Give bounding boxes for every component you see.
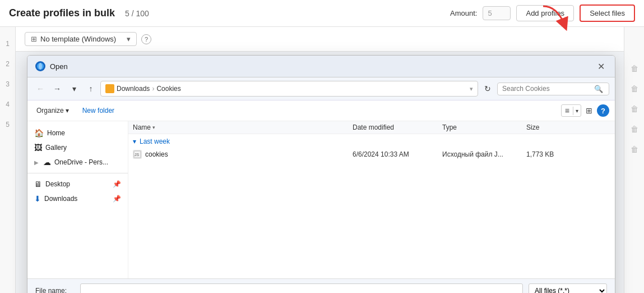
delete-row-5[interactable]: 🗑 xyxy=(624,139,644,159)
file-name: cookies xyxy=(145,150,168,158)
view-icons: ≡ ▾ ⊞ ? xyxy=(561,104,609,117)
dropdown-history-button[interactable]: ▾ xyxy=(67,81,81,96)
onedrive-icon: ☁ xyxy=(43,158,51,167)
main-area: 1 2 3 4 5 ⊞ No template (Windows) ▾ ? xyxy=(0,27,644,293)
dialog-nav-bar: ← → ▾ ↑ Downloads › Cookies ▾ ↻ 🔍 xyxy=(27,77,615,100)
tiles-view-button[interactable]: ⊞ xyxy=(582,104,596,117)
file-size: 1,773 KB xyxy=(526,150,582,158)
address-chevron-1: › xyxy=(152,85,154,93)
dialog-title-left: Open xyxy=(35,61,68,71)
filename-row: File name: All files (*.*) xyxy=(35,283,607,293)
view-list-button[interactable]: ≡ xyxy=(562,105,573,116)
nav-home[interactable]: 🏠 Home xyxy=(27,126,128,140)
expand-icon: ▶ xyxy=(34,159,39,166)
search-box: 🔍 xyxy=(497,83,609,95)
nav-gallery-label: Gallery xyxy=(45,144,67,152)
delete-row-3[interactable]: 🗑 xyxy=(624,99,644,119)
template-dropdown-icon: ▾ xyxy=(127,35,131,43)
forward-button[interactable]: → xyxy=(50,81,64,96)
row-num-2: 2 xyxy=(0,54,15,74)
top-bar-left: Create profiles in bulk 5 / 100 xyxy=(9,7,149,19)
nav-downloads-label: Downloads xyxy=(44,195,77,203)
filename-input[interactable] xyxy=(80,283,523,293)
nav-gallery[interactable]: 🖼 Gallery xyxy=(27,140,128,155)
file-list-header: Name ▾ Date modified Type Size xyxy=(128,121,615,134)
new-folder-button[interactable]: New folder xyxy=(79,105,118,116)
row-num-1: 1 xyxy=(0,34,15,54)
nav-onedrive[interactable]: ▶ ☁ OneDrive - Pers... xyxy=(27,155,128,170)
organize-button[interactable]: Organize ▾ xyxy=(33,105,72,116)
address-downloads: Downloads xyxy=(117,85,150,93)
row-num-4: 4 xyxy=(0,94,15,115)
gallery-icon: 🖼 xyxy=(34,143,42,152)
amount-label: Amount: xyxy=(450,9,477,17)
address-cookies: Cookies xyxy=(156,85,180,93)
nav-divider xyxy=(27,173,128,173)
dialog-file-pane: Name ▾ Date modified Type Size ▾ Last we… xyxy=(128,121,615,278)
step-indicator: 5 / 100 xyxy=(125,9,149,18)
col-size: Size xyxy=(526,123,582,131)
delete-row-1[interactable]: 🗑 xyxy=(624,58,644,79)
svg-text:JS: JS xyxy=(135,153,140,157)
address-dropdown-icon[interactable]: ▾ xyxy=(470,85,473,93)
row-num-3: 3 xyxy=(0,74,15,94)
delete-row-2[interactable]: 🗑 xyxy=(624,79,644,99)
organize-dropdown-icon: ▾ xyxy=(66,107,69,115)
file-icon-cookies: JS xyxy=(133,150,142,159)
view-dropdown[interactable]: ≡ ▾ xyxy=(561,104,581,117)
dialog-title-bar: Open ✕ xyxy=(27,56,615,77)
downloads-pin-icon: 📌 xyxy=(113,195,121,203)
search-input[interactable] xyxy=(502,85,592,93)
template-selector[interactable]: ⊞ No template (Windows) ▾ xyxy=(25,32,137,46)
dialog-close-button[interactable]: ✕ xyxy=(595,60,607,72)
group-collapse-icon: ▾ xyxy=(133,138,136,145)
nav-home-label: Home xyxy=(47,129,65,137)
back-button[interactable]: ← xyxy=(33,81,48,96)
dialog-help-button[interactable]: ? xyxy=(597,104,609,117)
col-name: Name ▾ xyxy=(133,123,353,131)
nav-downloads[interactable]: ⬇ Downloads 📌 xyxy=(27,191,128,206)
filetype-select[interactable]: All files (*.*) xyxy=(529,283,607,293)
file-type: Исходный файл J... xyxy=(442,150,526,158)
dialog-toolbar: Organize ▾ New folder ≡ ▾ ⊞ ? xyxy=(27,100,615,121)
sort-arrow: ▾ xyxy=(152,125,155,130)
row-num-5: 5 xyxy=(0,115,15,135)
nav-onedrive-label: OneDrive - Pers... xyxy=(54,158,108,166)
col-extra xyxy=(582,123,610,131)
file-group-last-week: ▾ Last week xyxy=(128,134,615,148)
red-arrow-indicator xyxy=(538,3,571,33)
file-name-cell: JS cookies xyxy=(133,150,353,159)
page-title: Create profiles in bulk xyxy=(9,7,115,19)
group-label: Last week xyxy=(140,138,170,145)
downloads-icon: ⬇ xyxy=(34,194,41,203)
file-row-cookies[interactable]: JS cookies 6/6/2024 10:33 AM Исходный фа… xyxy=(128,148,615,161)
up-button[interactable]: ↑ xyxy=(84,81,98,96)
search-icon: 🔍 xyxy=(594,85,603,93)
desktop-icon: 🖥 xyxy=(34,180,42,189)
amount-input[interactable] xyxy=(483,6,511,20)
file-date: 6/6/2024 10:33 AM xyxy=(353,150,442,158)
col-date: Date modified xyxy=(353,123,442,131)
dialog-title-icon xyxy=(35,61,45,71)
refresh-button[interactable]: ↻ xyxy=(480,81,495,96)
desktop-pin-icon: 📌 xyxy=(113,180,121,188)
template-bar: ⊞ No template (Windows) ▾ ? xyxy=(16,27,624,52)
nav-desktop-label: Desktop xyxy=(45,180,70,188)
folder-icon xyxy=(105,84,114,93)
delete-row-4[interactable]: 🗑 xyxy=(624,119,644,139)
view-dropdown-arrow[interactable]: ▾ xyxy=(573,107,581,115)
right-icons: 🗑 🗑 🗑 🗑 🗑 xyxy=(624,27,644,293)
col-type: Type xyxy=(442,123,526,131)
dialog-nav-pane: 🏠 Home 🖼 Gallery ▶ ☁ OneDrive - Pers... xyxy=(27,121,128,278)
select-files-button[interactable]: Select files xyxy=(580,4,635,22)
template-label: No template (Windows) xyxy=(40,35,123,43)
organize-label: Organize xyxy=(36,107,64,115)
help-icon[interactable]: ? xyxy=(141,34,151,44)
dialog-title-text: Open xyxy=(50,62,68,71)
open-file-dialog: Open ✕ ← → ▾ ↑ Downloads › Cookies ▾ ↻ xyxy=(27,55,615,293)
svg-point-2 xyxy=(39,63,42,70)
sidebar-numbers: 1 2 3 4 5 xyxy=(0,27,16,293)
dialog-body: 🏠 Home 🖼 Gallery ▶ ☁ OneDrive - Pers... xyxy=(27,121,615,278)
nav-desktop[interactable]: 🖥 Desktop 📌 xyxy=(27,177,128,191)
address-bar[interactable]: Downloads › Cookies ▾ xyxy=(100,81,478,97)
